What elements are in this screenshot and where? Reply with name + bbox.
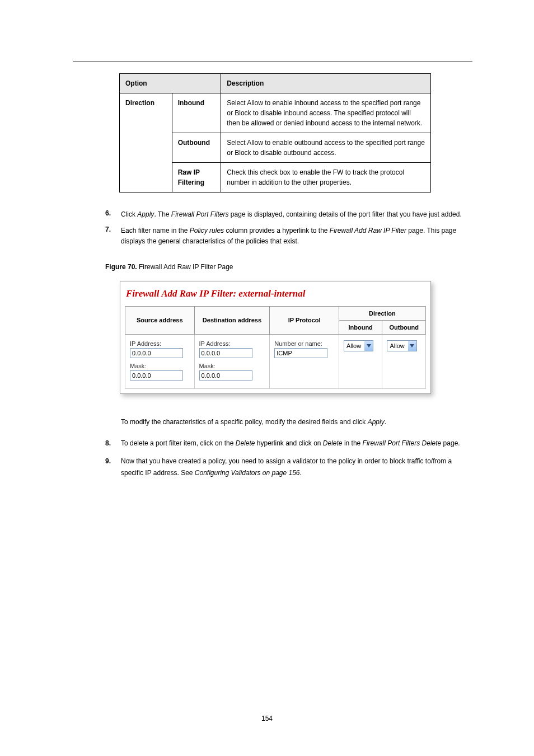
modify-instruction: To modify the characteristics of a speci… <box>121 416 472 428</box>
figure-title: Firewall Add Raw IP Filter Page <box>139 263 233 271</box>
th-outbound: Outbound <box>382 320 426 334</box>
inbound-cell: Allow <box>339 334 382 388</box>
step-8: 8. To delete a port filter item, click o… <box>105 438 472 449</box>
table-row: Direction Inbound Select Allow to enable… <box>120 93 431 133</box>
step-text: Each filter name in the Policy rules col… <box>121 226 472 247</box>
th-source: Source address <box>125 306 195 334</box>
step-number: 8. <box>105 438 121 449</box>
chevron-down-icon <box>364 341 373 351</box>
outbound-select[interactable]: Allow <box>387 340 416 351</box>
outbound-select-value: Allow <box>387 342 407 349</box>
step-7: 7. Each filter name in the Policy rules … <box>105 226 472 247</box>
cell-rawip-label: Raw IP Filtering <box>172 163 221 192</box>
label-ip: IP Address: <box>130 340 190 347</box>
th-option: Option <box>120 74 221 93</box>
protocol-cell: Number or name: <box>270 334 339 388</box>
step-9: 9. Now that you have created a policy, y… <box>105 456 472 478</box>
th-direction: Direction <box>339 306 425 320</box>
cell-inbound-desc: Select Allow to enable inbound access to… <box>221 93 431 133</box>
filter-row: IP Address: Mask: IP Address: Mask: Numb… <box>125 334 426 388</box>
definitions-table: Option Description Direction Inbound Sel… <box>119 73 431 192</box>
step-number: 7. <box>105 226 121 247</box>
label-proto: Number or name: <box>274 340 334 347</box>
step-number: 6. <box>105 209 121 220</box>
inbound-select-value: Allow <box>344 342 364 349</box>
label-mask: Mask: <box>130 363 190 369</box>
cell-direction: Direction <box>120 93 172 192</box>
step-text: Now that you have created a policy, you … <box>121 456 472 478</box>
protocol-input[interactable] <box>274 348 327 358</box>
chevron-down-icon <box>408 341 416 351</box>
figure-id: Figure 70. <box>105 263 137 271</box>
cell-rawip-desc: Check this check box to enable the FW to… <box>221 163 431 192</box>
destination-cell: IP Address: Mask: <box>194 334 270 388</box>
inbound-select[interactable]: Allow <box>344 340 373 351</box>
panel-title: Firewall Add Raw IP Filter: external-int… <box>125 286 426 306</box>
source-cell: IP Address: Mask: <box>125 334 195 388</box>
figure-caption: Figure 70. Firewall Add Raw IP Filter Pa… <box>105 263 472 271</box>
outbound-cell: Allow <box>382 334 426 388</box>
svg-marker-1 <box>410 344 414 348</box>
step-number: 9. <box>105 456 121 478</box>
page-number: 154 <box>0 715 534 722</box>
filter-form-table: Source address Destination address IP Pr… <box>125 306 426 389</box>
th-destination: Destination address <box>194 306 270 334</box>
top-rule <box>73 62 472 62</box>
step-6: 6. Click Apply. The Firewall Port Filter… <box>105 209 472 220</box>
firewall-filter-panel: Firewall Add Raw IP Filter: external-int… <box>120 281 431 394</box>
step-text: Click Apply. The Firewall Port Filters p… <box>121 209 472 220</box>
label-mask: Mask: <box>199 363 265 369</box>
source-mask-input[interactable] <box>130 370 183 381</box>
step-text: To delete a port filter item, click on t… <box>121 438 460 449</box>
svg-marker-0 <box>367 344 371 348</box>
destination-ip-input[interactable] <box>199 348 252 358</box>
th-description: Description <box>221 74 431 93</box>
cell-outbound-desc: Select Allow to enable outbound access t… <box>221 133 431 163</box>
th-inbound: Inbound <box>339 320 382 334</box>
label-ip: IP Address: <box>199 340 265 347</box>
cell-inbound-label: Inbound <box>172 93 221 133</box>
destination-mask-input[interactable] <box>199 370 252 381</box>
source-ip-input[interactable] <box>130 348 183 358</box>
th-protocol: IP Protocol <box>270 306 339 334</box>
cell-outbound-label: Outbound <box>172 133 221 163</box>
